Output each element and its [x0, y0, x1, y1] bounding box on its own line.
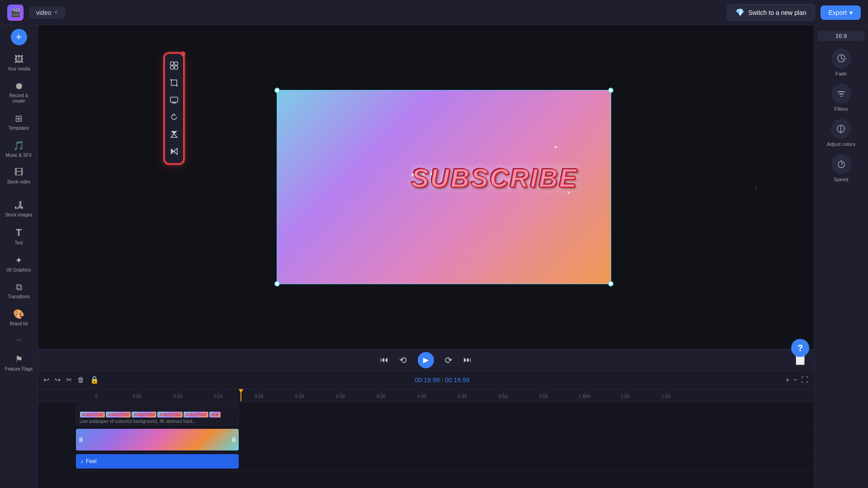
sidebar-item-templates[interactable]: ⊞ Templates — [3, 109, 35, 135]
timeline-area: ↩ ↪ ✂ 🗑 🔒 00:19.99 / 00:19.99 + − ⛶ — [38, 371, 814, 488]
zoom-out-button[interactable]: − — [793, 376, 797, 384]
sidebar-item-label: Brand kit — [10, 321, 28, 327]
music-track-label: Feel — [86, 458, 96, 465]
sidebar-item-more[interactable]: ··· — [3, 332, 35, 348]
video-clip-track[interactable]: ⏸ ⏸ — [76, 429, 239, 450]
sparkle-right: ✦ — [554, 145, 557, 150]
expand-timeline-button[interactable]: ⛶ — [801, 376, 808, 384]
handle-top-left[interactable] — [274, 88, 280, 93]
ruler-mark: 0:20 — [239, 391, 279, 399]
sidebar-item-text[interactable]: T Text — [3, 223, 35, 249]
adjust-colors-icon — [831, 119, 851, 139]
feature-flags-icon: ⚑ — [15, 354, 23, 365]
ruler-playhead — [241, 389, 241, 401]
video-frame: SUBSCRIBE ✦ ✦ ✦ — [277, 90, 611, 284]
skip-forward-button[interactable]: ⏭ — [463, 355, 472, 365]
ruler-mark: 0:40 — [401, 391, 442, 399]
subscribe-overlay[interactable]: SUBSCRIBE — [425, 174, 432, 181]
timeline-tracks: SUBSCRIBE SUBSCRIBE SUBSCRIBE SUBSCRIBE … — [38, 402, 814, 488]
ruler-mark: 0:25 — [279, 391, 320, 399]
undo-button[interactable]: ↩ — [43, 375, 49, 384]
sparkle-bottom-right: ✦ — [567, 191, 571, 195]
ruler-mark: 1 MIN — [564, 391, 605, 399]
export-dropdown-icon: ▾ — [849, 9, 853, 16]
lock-button[interactable]: 🔒 — [90, 375, 99, 384]
sidebar-item-label: Stock images — [5, 212, 32, 218]
video-tab[interactable]: video ✕ — [29, 6, 65, 19]
sidebar-item-label: Stock video — [7, 179, 31, 185]
svg-rect-2 — [170, 66, 174, 69]
subscribe-text: SUBSCRIBE — [411, 162, 578, 192]
speed-control[interactable]: Speed — [831, 154, 851, 182]
sidebar-item-transitions[interactable]: ⧉ Transitions — [3, 278, 35, 303]
ruler-mark: 0:50 — [483, 391, 524, 399]
sidebar-item-stock-video[interactable]: 🎞 Stock video › — [3, 164, 35, 195]
sidebar-item-label: Record &create — [9, 93, 28, 104]
handle-top-right[interactable] — [608, 88, 613, 93]
current-time: 00:19 — [415, 376, 431, 384]
video-track-row: ⏸ ⏸ — [76, 427, 814, 452]
canvas-area: SUBSCRIBE ✦ ✦ ✦ ‹ — [38, 25, 814, 349]
ruler-marks: 0 0:05 0:10 0:15 0:20 0:25 0:30 0:35 0:4… — [76, 391, 686, 399]
handle-bottom-right[interactable] — [608, 281, 613, 286]
svg-rect-0 — [170, 62, 174, 65]
music-track-row: ♪ Feel — [76, 452, 814, 471]
filters-control[interactable]: Filters — [831, 84, 851, 112]
total-ms: .99 — [461, 376, 469, 384]
sidebar-item-stock-images[interactable]: 🏞 Stock images — [3, 197, 35, 221]
music-track[interactable]: ♪ Feel — [76, 454, 239, 469]
subscribe-track-description: Live wallpaper of colourful background, … — [80, 419, 197, 424]
crop-tool-button[interactable] — [165, 75, 183, 91]
screen-tool-button[interactable] — [165, 92, 183, 108]
handle-bottom-left[interactable] — [274, 281, 280, 286]
add-button[interactable]: + — [11, 29, 27, 45]
brand-kit-icon: 🎨 — [13, 309, 24, 319]
rotate-tool-button[interactable] — [165, 109, 183, 125]
help-button[interactable]: ? — [791, 339, 809, 357]
diamond-icon: 💎 — [736, 8, 745, 17]
sidebar-item-your-media[interactable]: 🖼 Your media — [3, 51, 35, 75]
sidebar-item-music-sfx[interactable]: 🎵 Music & SFX — [3, 136, 35, 162]
redo-button[interactable]: ↪ — [55, 375, 61, 384]
ruler-mark: 0:45 — [442, 391, 483, 399]
sidebar-item-record-create[interactable]: ⏺ Record &create — [3, 77, 35, 108]
flip-vertical-button[interactable] — [165, 126, 183, 142]
skip-back-button[interactable]: ⏮ — [380, 355, 388, 365]
music-sfx-icon: 🎵 — [13, 140, 24, 151]
close-tab-icon[interactable]: ✕ — [54, 9, 58, 15]
cut-button[interactable]: ✂ — [66, 375, 72, 384]
sub-thumb-3: SUBSCRIBE — [132, 412, 156, 418]
adjust-colors-label: Adjust colors — [827, 141, 855, 147]
sidebar-item-label: Transitions — [8, 294, 30, 300]
adjust-colors-control[interactable]: Adjust colors — [827, 119, 855, 147]
stock-images-icon: 🏞 — [14, 200, 24, 211]
playback-bar: ⏮ ⟲ ▶ ⟲ ⏭ ⛶ — [38, 349, 814, 371]
play-button[interactable]: ▶ — [418, 352, 434, 368]
text-icon: T — [16, 227, 22, 239]
switch-plan-button[interactable]: 💎 Switch to a new plan — [727, 4, 815, 21]
delete-button[interactable]: 🗑 — [77, 376, 85, 384]
export-button[interactable]: Export ▾ — [821, 5, 861, 20]
timeline-time: 00:19.99 / 00:19.99 — [104, 376, 780, 384]
svg-marker-6 — [171, 134, 177, 137]
ruler-mark: 1:10 — [646, 391, 686, 399]
rewind-button[interactable]: ⟲ — [399, 355, 407, 366]
clip-pause-left: ⏸ — [78, 436, 84, 443]
fade-control[interactable]: Fade — [831, 48, 851, 76]
flip-horizontal-button[interactable] — [165, 143, 183, 160]
forward-button[interactable]: ⟲ — [445, 355, 453, 366]
templates-icon: ⊞ — [15, 113, 23, 124]
sidebar-item-feature-flags[interactable]: ⚑ Feature Flags — [3, 350, 35, 375]
collapse-panel-arrow[interactable]: ‹ — [755, 183, 757, 191]
floating-toolbar — [164, 52, 184, 164]
ruler-mark: 0:10 — [157, 391, 198, 399]
svg-rect-4 — [170, 97, 178, 102]
sidebar-item-graphics[interactable]: ✦ 08 Graphics — [3, 251, 35, 277]
add-track-button[interactable]: + — [785, 376, 789, 384]
ruler-mark: 0:35 — [361, 391, 401, 399]
resize-tool-button[interactable] — [165, 57, 183, 74]
stock-video-icon: 🎞 — [14, 167, 24, 178]
sub-thumb-2: SUBSCRIBE — [106, 412, 131, 418]
sidebar-item-brand-kit[interactable]: 🎨 Brand kit — [3, 305, 35, 330]
aspect-ratio-badge[interactable]: 16:9 — [818, 31, 864, 41]
